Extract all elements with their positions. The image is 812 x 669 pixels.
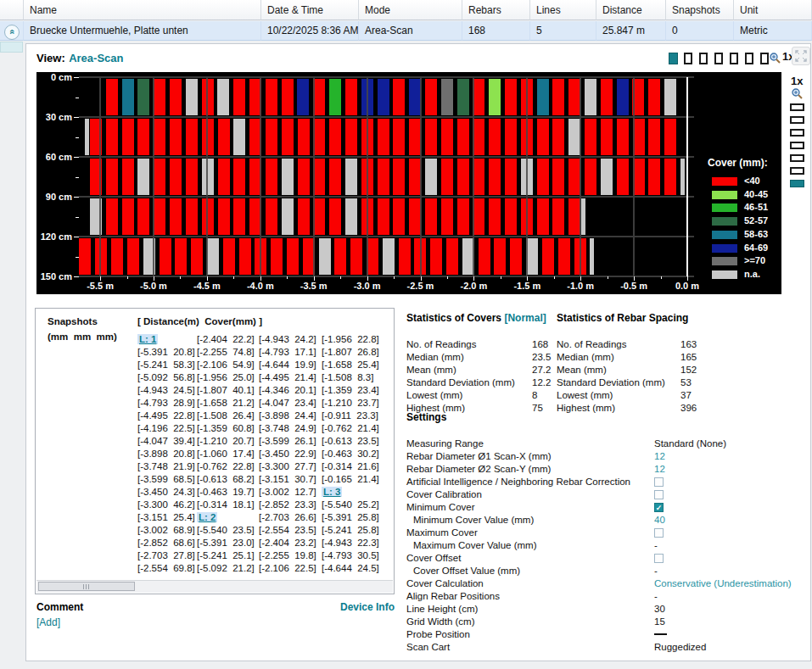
view-mode-value[interactable]: Area-Scan [69,52,123,64]
setting-row: Rebar Diameter Ø1 Scan-X (mm)12 [406,450,805,463]
scan-detail-panel: View: Area-Scan 1x -5.5 m-5.0 m-4.5 m-4.… [25,43,811,661]
setting-value[interactable]: 12 [654,450,665,463]
snapshot-reading: [-5.092 56.8] [137,371,195,384]
stat-spacing-value: 163 [680,338,697,351]
column-header-distance[interactable]: Distance [596,0,666,20]
column-header-rebars[interactable]: Rebars [462,0,530,20]
row-cell[interactable]: 168 [462,21,530,41]
y-gridline [79,196,694,198]
expand-view-button[interactable] [792,47,810,65]
setting-row: Cover Calibration [406,488,805,501]
stats-covers-tag[interactable]: [Normal] [504,312,546,324]
snapshot-reading: [-3.002 12.7] [259,486,316,499]
rebar-bar-line3-27 [505,159,517,195]
rebar-bar-line5-28 [510,238,522,275]
row-cell[interactable]: Metric [734,21,812,41]
snapshot-reading: [-5.241 25.1] [197,549,255,562]
comment-add-link[interactable]: [Add] [36,616,60,628]
row-cell[interactable]: Area-Scan [359,21,462,41]
page-square-7[interactable] [760,53,769,64]
zoom-in-side-icon[interactable] [792,88,803,99]
row-cell[interactable]: Bruecke Untermuehle, Platte unten [24,21,261,41]
checkbox-unchecked[interactable] [654,477,664,487]
checkbox-unchecked[interactable] [654,528,664,538]
collapse-row-button[interactable]: « [4,25,20,40]
checkbox-checked[interactable]: ✓ [654,503,664,512]
column-header-name[interactable]: Name [24,0,261,20]
page-square-6[interactable] [745,53,753,64]
row-cell[interactable]: 5 [530,21,596,41]
rebar-bar-line5-18 [350,238,362,275]
rebar-bar-line1-32 [601,79,613,115]
scan-end-marker [686,77,688,276]
rebar-bar-line5-23 [430,238,442,275]
snapshot-reading: [-4.495 21.4] [259,371,316,384]
snapshot-reading: [-5.241 58.3] [137,359,195,371]
setting-value[interactable]: 12 [654,463,665,476]
rebar-bar-line1-4 [154,79,165,115]
rebar-bar-line2-10 [233,119,245,155]
rebar-bar-line4-13 [282,198,294,235]
snapshot-reading: [-2.255 19.8] [259,549,316,562]
rebar-bar-line5-13 [271,238,283,275]
y-major-tick [74,117,79,118]
column-header-mode[interactable]: Mode [359,0,462,20]
page-square-5[interactable] [730,53,738,64]
column-header-snapshots[interactable]: Snapshots [666,0,734,20]
column-header-date-time[interactable]: Date & Time [261,0,359,20]
column-header-lines[interactable]: Lines [530,0,596,20]
area-scan-chart[interactable]: -5.5 m-5.0 m-4.5 m-4.0 m-3.5 m-3.0 m-2.5… [36,72,781,294]
line-square-3[interactable] [790,129,804,137]
line-square-6[interactable] [790,167,804,175]
page-square-4[interactable] [714,53,723,64]
row-cell[interactable]: 10/22/2025 8:36 AM [261,21,359,41]
line-square-2[interactable] [790,116,804,124]
page-square-2[interactable] [684,53,692,64]
line-square-4[interactable] [790,142,804,149]
stats-covers-title: Statistics of Covers [Normal] [406,312,546,324]
scrollbar-thumb[interactable] [38,582,135,591]
setting-value[interactable]: 40 [654,514,665,527]
rebar-bar-line1-16 [345,79,357,115]
column-header-unit[interactable]: Unit [734,0,812,20]
checkbox-unchecked[interactable] [654,554,664,563]
rebar-bar-line5-9 [207,238,219,275]
zoom-in-icon[interactable] [770,53,781,64]
snapshot-reading: [-3.450 22.9] [259,448,316,460]
line-link-1[interactable]: L: 1 [137,334,158,344]
rebar-bar-line1-24 [473,79,484,115]
rebar-bar-line3-20 [393,159,405,195]
page-square-1[interactable] [669,53,678,64]
row-cell[interactable]: 0 [666,21,734,41]
setting-value[interactable]: Conservative (Underestimation) [654,577,792,590]
snapshot-reading: [-1.359 23.4] [322,384,379,397]
setting-row: Scan CartRuggedized [406,641,805,654]
x-gridline [473,77,474,276]
page-square-3[interactable] [699,53,708,64]
snapshot-reading: [-3.599 68.5] [137,473,195,486]
line-link-2[interactable]: L: 2 [197,512,217,522]
snapshot-reading: [-4.793 30.5] [322,549,379,562]
line-square-7[interactable] [790,180,804,187]
row-cell[interactable]: 25.847 m [596,21,666,41]
checkbox-unchecked[interactable] [654,490,664,499]
y-gridline [79,276,694,277]
line-square-1[interactable] [790,103,804,111]
device-info-link[interactable]: Device Info [331,601,395,613]
line-link-3[interactable]: L: 3 [322,487,342,497]
snapshot-reading: [-2.554 69.8] [137,562,195,575]
stats-spacing-title: Statistics of Rebar Spacing [557,312,688,324]
snapshot-reading: [-4.793 17.1] [259,346,316,359]
setting-row: Grid Width (cm)15 [406,616,805,628]
snapshots-scrollbar[interactable] [36,580,393,593]
stats-covers-section: Statistics of Covers [Normal] No. of Rea… [406,309,581,325]
rebar-bar-line3-10 [233,159,245,195]
rebar-bar-line3-29 [537,159,549,195]
snapshot-reading: [-4.644 24.5] [322,562,379,575]
stat-cover-value: 168 [532,338,548,351]
rebar-bar-line5-16 [319,238,331,275]
snapshot-reading: [-1.508 8.3] [322,371,373,384]
x-axis-label: -5.0 m [133,281,174,291]
snapshot-reading: [-1.359 60.8] [197,422,255,435]
line-square-5[interactable] [790,154,804,162]
